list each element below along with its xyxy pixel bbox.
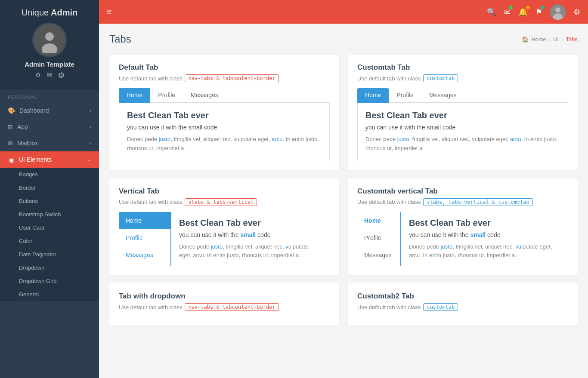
- vtabs: Home Profile Messages Best Clean Tab eve…: [119, 212, 330, 267]
- card-subtitle: Use default tab with class vtabs, tabs-v…: [357, 198, 568, 206]
- topbar-right: 🔍 ✉ 🔔 ⚑ ⚙: [487, 4, 580, 20]
- link-justo[interactable]: justo: [441, 243, 452, 250]
- card-subtitle: Use default tab with class customtab: [357, 74, 568, 82]
- chevron-right-icon: ›: [90, 108, 91, 113]
- sidebar-subitem-user-card[interactable]: User Card: [0, 221, 99, 234]
- sidebar-section-label: PERSONAL: [0, 89, 99, 102]
- tab-content-subtitle: you can use it with the small code: [365, 124, 560, 131]
- sidebar-subitems: Badges Border Buttons Bootstrap Switch U…: [0, 168, 99, 301]
- card-subtitle: Use default tab with class customtab: [357, 303, 568, 311]
- breadcrumb-home[interactable]: Home: [531, 36, 546, 43]
- mail-badge: [509, 6, 513, 9]
- sidebar-subitem-date-paginator[interactable]: Date Paginator: [0, 248, 99, 261]
- sidebar-item-ui-elements[interactable]: ▣ UI Elements ⌄: [0, 151, 99, 168]
- card-title: Customtab Tab: [357, 63, 568, 72]
- chevron-right-icon: ›: [90, 124, 91, 129]
- link-justo[interactable]: justo: [159, 136, 170, 142]
- vtabs: Home Profile Messages Best Clean Tab eve…: [357, 212, 568, 267]
- card-tab-with-dropdown: Tab with dropdown Use default tab with c…: [109, 283, 339, 326]
- sidebar-avatar: [32, 23, 67, 57]
- vtab-messages[interactable]: Messages: [357, 246, 400, 264]
- sidebar-subitem-dropdown-grid[interactable]: Dropdown Grid: [0, 274, 99, 288]
- vtabs-nav: Home Profile Messages: [357, 212, 400, 267]
- link-arcu[interactable]: arcu: [510, 136, 521, 142]
- card-title: Tab with dropdown: [119, 292, 330, 301]
- sidebar-user-icons: ⚙ ✉ ⏻: [4, 71, 95, 78]
- ui-elements-icon: ▣: [9, 156, 15, 163]
- sidebar-subitem-general[interactable]: General: [0, 288, 99, 301]
- mail-icon[interactable]: ✉: [47, 71, 52, 78]
- vtabs-content: Best Clean Tab ever you can use it with …: [400, 212, 568, 267]
- bell-icon[interactable]: 🔔: [518, 7, 528, 17]
- tab-home[interactable]: Home: [357, 88, 389, 103]
- link-justo[interactable]: justo: [211, 243, 223, 250]
- tab-content-text: Donec pede justo, fringilla vel, aliquet…: [409, 243, 560, 261]
- sidebar-item-dashboard[interactable]: 🎨 Dashboard ›: [0, 102, 99, 119]
- card-title: Vertical Tab: [119, 187, 330, 196]
- gear-icon[interactable]: ⚙: [573, 7, 580, 17]
- brand-name-bold: Admin: [49, 8, 77, 17]
- vtab-home[interactable]: Home: [357, 212, 400, 229]
- settings-icon[interactable]: ⚙: [35, 71, 41, 78]
- avatar[interactable]: [550, 4, 566, 20]
- vtab-profile[interactable]: Profile: [119, 229, 170, 246]
- chevron-down-icon: ⌄: [87, 157, 91, 163]
- sidebar-subitem-dropdown[interactable]: Dropdown: [0, 261, 99, 274]
- tab-profile[interactable]: Profile: [389, 88, 421, 103]
- tab-content: Best Clean Tab ever you can use it with …: [119, 103, 330, 161]
- card-title: Customtab2 Tab: [357, 292, 568, 301]
- vtab-profile[interactable]: Profile: [357, 229, 400, 246]
- search-icon[interactable]: 🔍: [487, 7, 496, 17]
- sidebar-item-label: UI Elements: [19, 156, 52, 163]
- tab-messages[interactable]: Messages: [183, 88, 226, 103]
- mailbox-icon: ✉: [8, 140, 13, 147]
- link-arcu[interactable]: arcu: [272, 136, 282, 142]
- sidebar-subitem-border[interactable]: Border: [0, 181, 99, 194]
- vtab-messages[interactable]: Messages: [119, 246, 170, 264]
- code-badge: nav-tabs & tabcontent-border: [185, 303, 279, 311]
- page-title: Tabs: [109, 33, 131, 45]
- tab-content: Best Clean Tab ever you can use it with …: [357, 103, 568, 161]
- home-icon: 🏠: [522, 36, 529, 43]
- tabs-nav: Home Profile Messages: [357, 88, 568, 103]
- tab-content-subtitle: you can use it with the small code: [409, 231, 560, 238]
- page-header: Tabs 🏠 Home › UI › Tabs: [109, 33, 578, 45]
- sidebar-user-name: Admin Template: [4, 61, 95, 68]
- mail-icon[interactable]: ✉: [504, 7, 511, 17]
- code-badge: nav-tabs & tabcontent-border: [185, 74, 279, 82]
- tab-home[interactable]: Home: [119, 88, 150, 103]
- card-subtitle: Use default tab with class nav-tabs & ta…: [119, 303, 330, 311]
- sidebar-subitem-badges[interactable]: Badges: [0, 168, 99, 181]
- bell-badge: [526, 6, 530, 9]
- tab-content-text: Donec pede justo, fringilla vel, aliquet…: [365, 135, 560, 153]
- link-justo[interactable]: justo: [397, 136, 409, 142]
- link-vulputate[interactable]: vul: [285, 243, 293, 250]
- flag-badge: [541, 6, 545, 9]
- card-customtab-vertical-tab: Customtab vertical Tab Use default tab w…: [348, 178, 578, 275]
- sidebar-item-app[interactable]: ⊞ App ›: [0, 119, 99, 135]
- code-badge: customtab: [423, 74, 458, 82]
- link-vulputate[interactable]: vul: [515, 243, 523, 250]
- vtabs-content: Best Clean Tab ever you can use it with …: [170, 212, 330, 267]
- sidebar-subitem-buttons[interactable]: Buttons: [0, 194, 99, 208]
- tab-content-title: Best Clean Tab ever: [365, 111, 560, 120]
- vtab-home[interactable]: Home: [119, 212, 170, 229]
- tab-content-title: Best Clean Tab ever: [179, 218, 322, 228]
- sidebar-subitem-color[interactable]: Color: [0, 234, 99, 248]
- card-title: Customtab vertical Tab: [357, 187, 568, 196]
- dashboard-icon: 🎨: [8, 107, 15, 114]
- tab-messages[interactable]: Messages: [421, 88, 464, 103]
- svg-point-1: [45, 32, 54, 41]
- tab-profile[interactable]: Profile: [150, 88, 183, 103]
- sidebar-item-label: Mailbox: [17, 140, 38, 147]
- svg-point-4: [555, 7, 560, 12]
- vtabs-nav: Home Profile Messages: [119, 212, 170, 267]
- code-badge: customtab: [423, 303, 458, 311]
- tab-content-subtitle: you can use it with the small code: [127, 124, 322, 131]
- sidebar-item-mailbox[interactable]: ✉ Mailbox ›: [0, 135, 99, 151]
- flag-icon[interactable]: ⚑: [535, 7, 542, 17]
- sidebar-subitem-bootstrap-switch[interactable]: Bootstrap Switch: [0, 208, 99, 221]
- power-icon[interactable]: ⏻: [58, 71, 64, 78]
- hamburger-icon[interactable]: ≡: [107, 7, 112, 17]
- breadcrumb-ui[interactable]: UI: [553, 36, 559, 43]
